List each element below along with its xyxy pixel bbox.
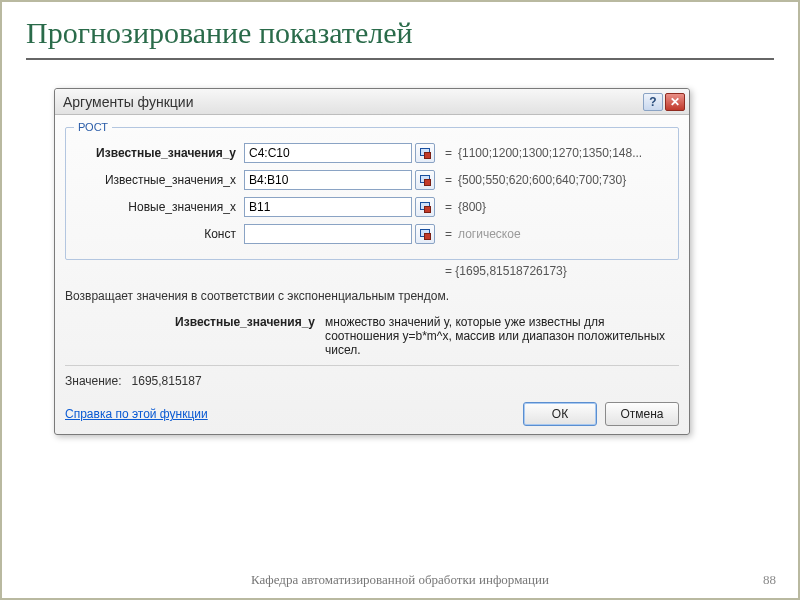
argument-label: Известные_значения_y [74, 146, 244, 160]
equals-sign: = [445, 146, 452, 160]
dialog-body: РОСТ Известные_значения_y = {1100;1200;1… [55, 115, 689, 434]
argument-result: {500;550;620;600;640;700;730} [458, 173, 626, 187]
dialog-title: Аргументы функции [63, 94, 641, 110]
close-button[interactable]: ✕ [665, 93, 685, 111]
equals-sign: = [445, 200, 452, 214]
function-description: Возвращает значения в соответствии с экс… [65, 288, 679, 305]
argument-row: Новые_значения_x = {800} [74, 197, 670, 217]
argument-row: Конст = логическое [74, 224, 670, 244]
parameter-help: Известные_значения_y множество значений … [65, 315, 679, 357]
help-icon: ? [649, 95, 656, 109]
argument-input-const[interactable] [244, 224, 412, 244]
range-picker-icon [420, 175, 430, 185]
argument-result: {800} [458, 200, 486, 214]
page-number: 88 [763, 572, 776, 588]
argument-row: Известные_значения_y = {1100;1200;1300;1… [74, 143, 670, 163]
function-group: РОСТ Известные_значения_y = {1100;1200;1… [65, 121, 679, 260]
argument-label: Известные_значения_x [74, 173, 244, 187]
title-underline [26, 58, 774, 60]
dialog-titlebar: Аргументы функции ? ✕ [55, 89, 689, 115]
slide-title: Прогнозирование показателей [2, 2, 798, 50]
range-picker-icon [420, 148, 430, 158]
range-picker-button[interactable] [415, 224, 435, 244]
close-icon: ✕ [670, 95, 680, 109]
dialog-footer-row: Справка по этой функции ОК Отмена [65, 402, 679, 426]
value-number: 1695,815187 [132, 374, 202, 388]
argument-result: {1100;1200;1300;1270;1350;148... [458, 146, 642, 160]
argument-input-known-x[interactable] [244, 170, 412, 190]
slide-footer: Кафедра автоматизированной обработки инф… [2, 572, 798, 588]
function-help-link[interactable]: Справка по этой функции [65, 407, 515, 421]
value-label: Значение: [65, 374, 122, 388]
function-name-label: РОСТ [74, 121, 112, 133]
argument-label: Конст [74, 227, 244, 241]
range-picker-icon [420, 229, 430, 239]
value-row: Значение: 1695,815187 [65, 374, 679, 388]
range-picker-button[interactable] [415, 197, 435, 217]
argument-result: логическое [458, 227, 521, 241]
cancel-button[interactable]: Отмена [605, 402, 679, 426]
equals-sign: = [445, 227, 452, 241]
parameter-help-text: множество значений y, которые уже извест… [325, 315, 679, 357]
range-picker-icon [420, 202, 430, 212]
argument-input-known-y[interactable] [244, 143, 412, 163]
overall-result: = {1695,81518726173} [65, 264, 679, 278]
ok-button[interactable]: ОК [523, 402, 597, 426]
argument-row: Известные_значения_x = {500;550;620;600;… [74, 170, 670, 190]
argument-input-new-x[interactable] [244, 197, 412, 217]
function-arguments-dialog: Аргументы функции ? ✕ РОСТ Известные_зна… [54, 88, 690, 435]
range-picker-button[interactable] [415, 170, 435, 190]
divider [65, 365, 679, 366]
equals-sign: = [445, 173, 452, 187]
help-button[interactable]: ? [643, 93, 663, 111]
argument-label: Новые_значения_x [74, 200, 244, 214]
parameter-help-label: Известные_значения_y [65, 315, 325, 357]
range-picker-button[interactable] [415, 143, 435, 163]
